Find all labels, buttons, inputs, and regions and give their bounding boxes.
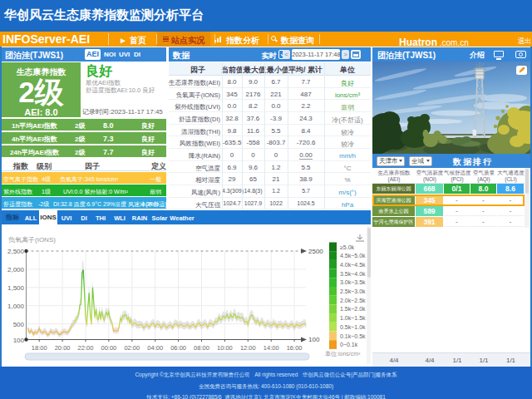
svg-text:负氧离子(IONS): 负氧离子(IONS) [7, 236, 56, 244]
svg-text:18:00: 18:00 [32, 344, 47, 352]
svg-text:2.0k~2.5k: 2.0k~2.5k [340, 298, 366, 303]
svg-text:4.5k~5.0k: 4.5k~5.0k [340, 253, 366, 259]
svg-text:0.1k~0.5k: 0.1k~0.5k [340, 333, 366, 339]
svg-text:2,500: 2,500 [7, 248, 25, 255]
svg-text:2.5k~3.0k: 2.5k~3.0k [340, 288, 366, 294]
svg-text:06:00: 06:00 [170, 344, 186, 352]
svg-text:100: 100 [13, 337, 25, 344]
svg-text:02:00: 02:00 [124, 344, 140, 352]
svg-text:2500: 2500 [308, 248, 323, 255]
svg-text:0~0.1k: 0~0.1k [340, 342, 358, 347]
svg-text:10:00: 10:00 [217, 344, 233, 352]
svg-text:1.5k~2.0k: 1.5k~2.0k [340, 306, 366, 312]
svg-text:16:00: 16:00 [287, 344, 303, 352]
svg-text:04:00: 04:00 [147, 344, 163, 352]
svg-text:08:00: 08:00 [194, 344, 209, 352]
svg-text:1.0k~1.5k: 1.0k~1.5k [340, 315, 366, 321]
svg-text:4.0k~4.5k: 4.0k~4.5k [340, 262, 366, 268]
svg-text:500: 500 [13, 321, 25, 328]
svg-text:1,500: 1,500 [7, 284, 25, 292]
svg-text:单位:ions/cm³: 单位:ions/cm³ [325, 351, 361, 357]
svg-text:22:00: 22:00 [78, 344, 94, 352]
svg-text:3.0k~3.5k: 3.0k~3.5k [340, 279, 366, 285]
svg-text:14:00: 14:00 [264, 344, 279, 352]
svg-text:12:00: 12:00 [240, 344, 256, 352]
svg-text:00:00: 00:00 [101, 344, 117, 352]
svg-text:2,000: 2,000 [7, 266, 25, 273]
svg-text:≥5.0k: ≥5.0k [340, 244, 355, 250]
svg-text:1,000: 1,000 [7, 303, 25, 310]
svg-text:100: 100 [308, 336, 320, 343]
svg-text:0.5k~1.0k: 0.5k~1.0k [340, 324, 366, 330]
svg-text:3.5k~4.0k: 3.5k~4.0k [340, 271, 366, 277]
svg-text:20:00: 20:00 [55, 344, 71, 352]
